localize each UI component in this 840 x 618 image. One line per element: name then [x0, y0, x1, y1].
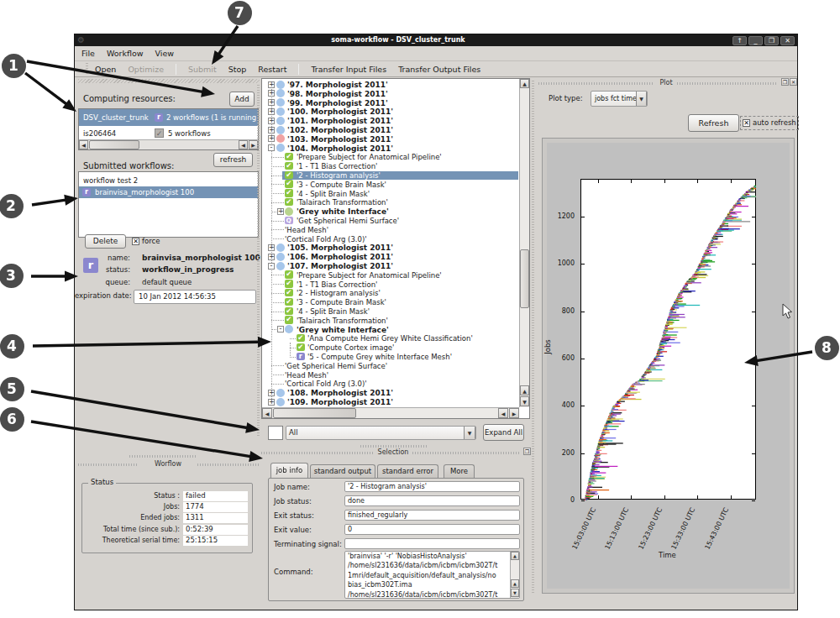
- scroll-left-button[interactable]: ◀: [262, 408, 272, 418]
- resource-checkbox[interactable]: ✓: [155, 128, 164, 138]
- tree-item-label[interactable]: 'Cortical Fold Arg (3.0)': [285, 235, 367, 244]
- list-item[interactable]: workflow test 2: [79, 175, 258, 186]
- scrollbar-vertical[interactable]: ▲▲▼: [519, 79, 529, 407]
- tree-expander-plus[interactable]: +: [268, 118, 275, 124]
- tree-item-label[interactable]: 'Grey white Interface': [297, 326, 389, 334]
- scroll-left-button[interactable]: ◀: [498, 408, 508, 418]
- tree-item-label[interactable]: 'Get Spherical Hemi Surface': [297, 217, 399, 225]
- tree-expander-plus[interactable]: +: [268, 135, 275, 142]
- selection-float-button[interactable]: ❐: [523, 448, 531, 455]
- delete-workflow-button[interactable]: Delete: [85, 234, 126, 249]
- tree-expander-plus[interactable]: +: [268, 108, 275, 115]
- tree-expander-plus[interactable]: +: [268, 81, 275, 88]
- splitter-vertical[interactable]: [532, 81, 534, 593]
- status-filter-combo[interactable]: All▼: [286, 426, 476, 440]
- tree-item-label[interactable]: 'Get Spherical Hemi Surface': [285, 362, 387, 370]
- field-value[interactable]: done: [344, 495, 520, 506]
- tree-item-label[interactable]: '102. Morphologist 2011': [287, 126, 393, 134]
- tree-item-label[interactable]: '103. Morphologist 2011': [287, 135, 393, 144]
- tree-expander-minus[interactable]: -: [268, 144, 275, 151]
- tree-item-label[interactable]: '97. Morphologist 2011': [287, 81, 388, 89]
- tree-item-label[interactable]: 'Talairach Transformation': [297, 317, 388, 325]
- scrollbar-slider[interactable]: [89, 140, 139, 149]
- field-value[interactable]: [344, 538, 520, 549]
- tree-item-label[interactable]: '104. Morphologist 2011': [287, 144, 393, 153]
- submitted-workflows-list[interactable]: workflow test 2rbrainvisa_morphologist 1…: [78, 171, 259, 238]
- tree-item-label[interactable]: 'Ana Compute Hemi Grey White Classificat…: [307, 334, 473, 343]
- tree-item-label[interactable]: 'Grey white Interface': [297, 207, 389, 216]
- tree-item-label[interactable]: 'Head Mesh': [285, 226, 328, 234]
- combo-dropdown-arrow[interactable]: ▼: [636, 91, 647, 107]
- tree-expander-plus[interactable]: +: [268, 244, 275, 251]
- tab-More[interactable]: More: [444, 464, 475, 478]
- tree-item-label[interactable]: 'Compute Cortex image': [307, 343, 394, 352]
- refresh-plot-button[interactable]: Refresh: [688, 114, 739, 132]
- expiration-date-field[interactable]: 10 Jan 2012 14:56:35: [134, 290, 256, 304]
- combo-dropdown-arrow[interactable]: ▼: [464, 426, 475, 440]
- expand-all-button[interactable]: Expand All: [483, 424, 524, 441]
- tree-item-label[interactable]: '5 - Compute Grey white Interface Mesh': [307, 353, 452, 361]
- list-item[interactable]: rbrainvisa_morphologist 100: [79, 186, 258, 198]
- scroll-up-button[interactable]: ▲: [511, 552, 519, 560]
- field-value[interactable]: finished_regularly: [344, 510, 520, 521]
- tree-item-label[interactable]: '3 - Compute Brain Mask': [297, 298, 386, 306]
- scroll-up-button[interactable]: ▲: [520, 79, 529, 88]
- tree-item-label[interactable]: '2 - Histogram analysis': [297, 171, 381, 180]
- list-item[interactable]: is206464✓5 workflows: [79, 126, 258, 139]
- scroll-down-button[interactable]: ▼: [511, 589, 519, 597]
- tree-expander-plus[interactable]: +: [268, 254, 275, 260]
- tree-item-label[interactable]: 'Head Mesh': [285, 371, 328, 380]
- tree-item-label[interactable]: '107. Morphologist 2011': [287, 262, 393, 270]
- tree-item-label[interactable]: '1 - T1 Bias Correction': [297, 162, 377, 170]
- tree-item-label[interactable]: '3 - Compute Brain Mask': [297, 181, 386, 189]
- scrollbar-horizontal[interactable]: ◀◀▶: [79, 139, 258, 149]
- tree-expander-plus[interactable]: +: [277, 208, 284, 215]
- scrollbar-slider[interactable]: [273, 408, 356, 418]
- splitter-handle[interactable]: [360, 445, 428, 448]
- tree-item-label[interactable]: '101. Morphologist 2011': [287, 117, 393, 125]
- plot-float-button[interactable]: ❐: [781, 78, 789, 86]
- force-checkbox[interactable]: ✕: [132, 238, 139, 245]
- tree-expander-minus[interactable]: -: [277, 326, 284, 333]
- scroll-left-button[interactable]: ◀: [79, 140, 88, 149]
- tree-item-label[interactable]: 'Prepare Subject for Anatomical Pipeline…: [297, 153, 442, 161]
- tree-item-label[interactable]: '100. Morphologist 2011': [287, 107, 393, 116]
- scroll-right-button[interactable]: ▶: [509, 408, 519, 418]
- plot-close-button[interactable]: ✕: [790, 78, 797, 86]
- tree-expander-plus[interactable]: +: [268, 90, 275, 97]
- tree-item-label[interactable]: '2 - Histogram analysis': [297, 289, 381, 297]
- scroll-down-button[interactable]: ▼: [520, 396, 529, 406]
- add-resource-button[interactable]: Add: [229, 92, 255, 107]
- tree-item-label[interactable]: '1 - T1 Bias Correction': [297, 280, 377, 289]
- field-value[interactable]: 0: [344, 524, 520, 535]
- workflow-tree[interactable]: +'97. Morphologist 2011'+'98. Morphologi…: [261, 78, 530, 419]
- splitter-handle[interactable]: [129, 455, 197, 458]
- tree-item-label[interactable]: '99. Morphologist 2011': [287, 99, 388, 107]
- tree-item-label[interactable]: '98. Morphologist 2011': [287, 90, 388, 98]
- field-value[interactable]: '2 - Histogram analysis': [344, 481, 520, 492]
- scroll-left-button[interactable]: ◀: [239, 140, 248, 149]
- refresh-workflows-button[interactable]: refresh: [213, 153, 253, 167]
- tab-job-info[interactable]: job info: [270, 463, 308, 478]
- plot-type-combo[interactable]: jobs fct time▼: [591, 91, 648, 107]
- scroll-up-button[interactable]: ▲: [520, 385, 529, 395]
- tree-item-label[interactable]: '4 - Split Brain Mask': [297, 190, 370, 198]
- computing-resources-list[interactable]: DSV_cluster_trunkr2 workflows (1 is runn…: [78, 108, 259, 150]
- tree-item-label[interactable]: '105. Morphologist 2011': [287, 244, 393, 252]
- tree-expander-plus[interactable]: +: [268, 99, 275, 106]
- tree-expander-minus[interactable]: -: [268, 263, 275, 270]
- scrollbar-slider[interactable]: [520, 249, 529, 308]
- filter-box[interactable]: [268, 426, 283, 440]
- tree-expander-plus[interactable]: +: [268, 127, 275, 134]
- tree-item-label[interactable]: '106. Morphologist 2011': [287, 253, 393, 261]
- list-item[interactable]: DSV_cluster_trunkr2 workflows (1 is runn…: [79, 109, 258, 126]
- scrollbar-horizontal[interactable]: ◀◀▶: [262, 407, 519, 418]
- tree-item-label[interactable]: '108. Morphologist 2011': [287, 389, 393, 397]
- tree-item-label[interactable]: 'Prepare Subject for Anatomical Pipeline…: [297, 271, 442, 280]
- tree-item-label[interactable]: '109. Morphologist 2011': [287, 398, 393, 406]
- tree-item-label[interactable]: '4 - Split Brain Mask': [297, 307, 370, 316]
- tree-expander-plus[interactable]: +: [268, 390, 275, 396]
- tab-standard-error[interactable]: standard error: [377, 464, 438, 478]
- scrollbar-vertical[interactable]: ▲▲▼: [510, 552, 519, 598]
- command-field[interactable]: 'brainvisa' '-r' 'NobiasHistoAnalysis' /…: [344, 551, 520, 599]
